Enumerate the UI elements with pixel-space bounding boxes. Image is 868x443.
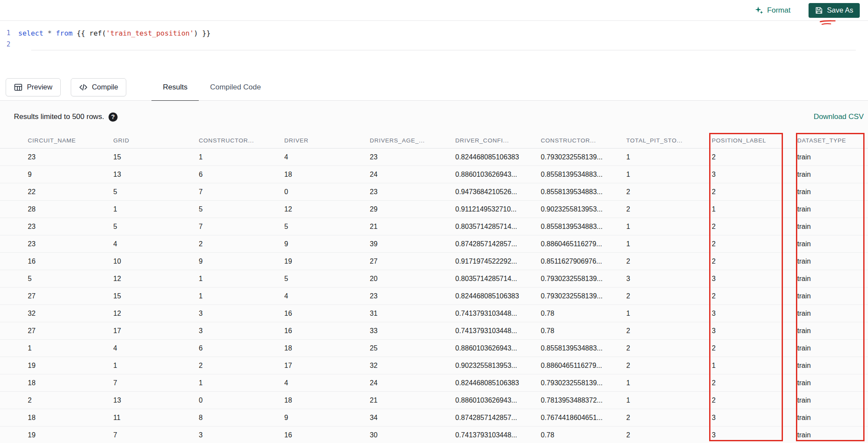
table-cell: 3 xyxy=(705,409,790,426)
table-cell: 3 xyxy=(619,270,705,287)
table-cell: 0.824468085106383 xyxy=(448,288,534,304)
column-header: TOTAL_PIT_STO... xyxy=(619,133,705,148)
results-table: CIRCUIT_NAMEGRIDCONSTRUCTOR...DRIVERDRIV… xyxy=(0,133,868,443)
save-as-button[interactable]: Save As xyxy=(809,3,860,18)
table-cell: 2 xyxy=(705,340,790,357)
table-cell: 23 xyxy=(363,288,448,304)
table-cell: 0.8860103626943... xyxy=(448,392,534,409)
table-row: 1610919270.9171974522292...0.85116279069… xyxy=(0,253,868,270)
table-cell: 5 xyxy=(106,183,192,200)
table-row: 14618250.8860103626943...0.8558139534883… xyxy=(0,340,868,357)
table-cell: 39 xyxy=(363,235,448,252)
table-cell: 3 xyxy=(705,166,790,183)
tab-results[interactable]: Results xyxy=(151,74,199,101)
table-row: 213018210.8860103626943...0.781395348837… xyxy=(0,392,868,409)
table-cell: 17 xyxy=(106,322,192,339)
tab-results-label: Results xyxy=(163,83,187,92)
table-cell: 0.78 xyxy=(534,322,619,339)
table-cell: 11 xyxy=(106,409,192,426)
save-icon xyxy=(815,7,823,14)
table-cell: 12 xyxy=(106,270,192,287)
table-cell: 1 xyxy=(192,288,277,304)
column-header: POSITION_LABEL xyxy=(705,133,790,148)
table-cell: 2 xyxy=(619,201,705,218)
table-cell: 2 xyxy=(705,288,790,304)
table-cell: 0.8860103626943... xyxy=(448,166,534,183)
table-cell: 18 xyxy=(21,409,106,426)
table-cell: 2 xyxy=(705,374,790,391)
table-cell: train xyxy=(790,357,868,374)
table-cell: 15 xyxy=(106,288,192,304)
table-cell: 1 xyxy=(619,166,705,183)
compile-label: Compile xyxy=(92,83,118,91)
table-row: 22570230.9473684210526...0.8558139534883… xyxy=(0,183,868,201)
table-cell: 28 xyxy=(21,201,106,218)
table-cell: 5 xyxy=(277,270,363,287)
table-row: 271514230.8244680851063830.7930232558139… xyxy=(0,288,868,305)
table-cell: 2 xyxy=(705,183,790,200)
preview-button[interactable]: Preview xyxy=(6,78,61,96)
table-cell: 0.9023255813953... xyxy=(448,357,534,374)
table-cell: 16 xyxy=(21,253,106,270)
results-toolbar: Preview Compile Results Compiled Code xyxy=(0,74,868,101)
sparkle-icon xyxy=(755,6,763,15)
table-cell: 7 xyxy=(192,183,277,200)
table-cell: 23 xyxy=(21,149,106,165)
column-header: GRID xyxy=(106,133,192,148)
table-cell: train xyxy=(790,183,868,200)
table-cell: 4 xyxy=(106,340,192,357)
sql-editor[interactable]: 1select * from {{ ref('train_test_positi… xyxy=(0,21,868,74)
results-limit-text: Results limited to 500 rows. xyxy=(14,112,104,121)
column-header: CONSTRUCTOR... xyxy=(534,133,619,148)
table-cell: 9 xyxy=(21,166,106,183)
table-cell: 16 xyxy=(277,305,363,322)
table-cell: 0.8035714285714... xyxy=(448,218,534,235)
table-cell: 0.8558139534883... xyxy=(534,166,619,183)
editor-lines: 1select * from {{ ref('train_test_positi… xyxy=(0,27,868,50)
table-cell: 1 xyxy=(192,374,277,391)
table-cell: train xyxy=(790,305,868,322)
table-cell: 22 xyxy=(21,183,106,200)
table-cell: 2 xyxy=(705,392,790,409)
table-cell: 29 xyxy=(363,201,448,218)
table-cell: 7 xyxy=(106,426,192,443)
table-cell: 0.9473684210526... xyxy=(448,183,534,200)
table-cell: 0.8860465116279... xyxy=(534,235,619,252)
table-cell: 32 xyxy=(363,357,448,374)
table-cell: 0.7930232558139... xyxy=(534,288,619,304)
table-cell: 10 xyxy=(106,253,192,270)
table-cell: 20 xyxy=(363,270,448,287)
line-number: 1 xyxy=(0,29,18,37)
help-icon[interactable]: ? xyxy=(108,112,118,122)
table-cell: 27 xyxy=(363,253,448,270)
table-cell: 27 xyxy=(21,322,106,339)
table-cell: 34 xyxy=(363,409,448,426)
table-cell: 15 xyxy=(106,149,192,165)
results-panel: Results limited to 500 rows. ? Download … xyxy=(0,101,868,443)
table-cell: 3 xyxy=(192,322,277,339)
column-header: DRIVER xyxy=(277,133,363,148)
tab-compiled-code[interactable]: Compiled Code xyxy=(199,74,272,101)
table-cell: 1 xyxy=(619,392,705,409)
compile-button[interactable]: Compile xyxy=(71,78,127,96)
code-token-string: 'train_test_position' xyxy=(106,29,194,37)
table-cell: 24 xyxy=(363,374,448,391)
table-cell: 1 xyxy=(106,357,192,374)
table-cell: 0.8558139534883... xyxy=(534,340,619,357)
table-cell: 0.824468085106383 xyxy=(448,374,534,391)
table-cell: 24 xyxy=(363,166,448,183)
table-cell: 0.8035714285714... xyxy=(448,270,534,287)
line-number: 2 xyxy=(0,40,18,48)
annotation-scribble xyxy=(819,19,845,26)
table-cell: 16 xyxy=(277,322,363,339)
table-cell: 7 xyxy=(106,374,192,391)
table-cell: 9 xyxy=(277,409,363,426)
table-cell: 1 xyxy=(705,357,790,374)
download-csv-link[interactable]: Download CSV xyxy=(814,112,864,121)
table-cell: train xyxy=(790,392,868,409)
table-cell: 1 xyxy=(619,374,705,391)
table-cell: train xyxy=(790,374,868,391)
format-button[interactable]: Format xyxy=(755,6,791,15)
table-cell: 5 xyxy=(192,201,277,218)
table-cell: 0.8742857142857... xyxy=(448,235,534,252)
